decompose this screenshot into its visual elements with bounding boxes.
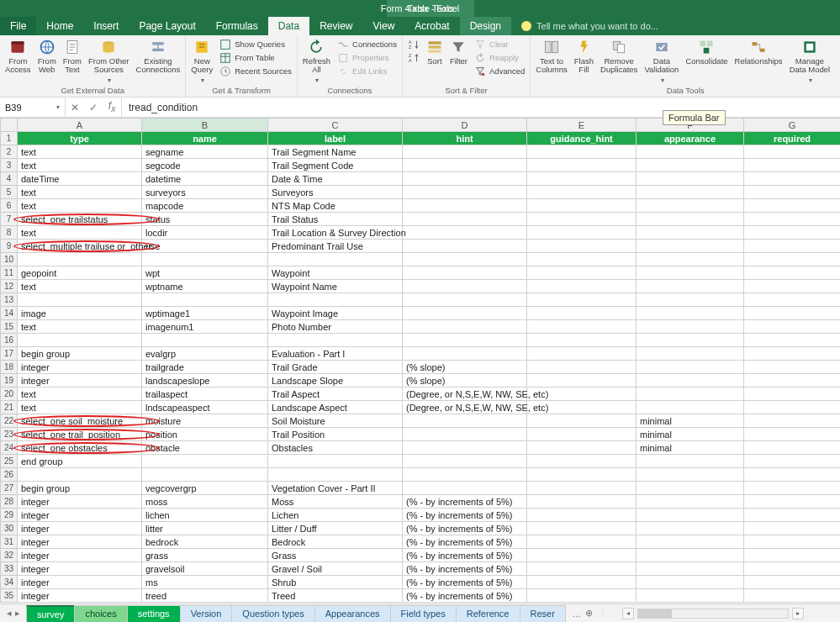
cell[interactable]: segname: [142, 145, 268, 159]
cell[interactable]: [637, 159, 744, 172]
cell[interactable]: [268, 455, 403, 468]
cell[interactable]: [403, 199, 527, 213]
row-header[interactable]: 5: [1, 186, 18, 199]
cell[interactable]: end group: [18, 455, 142, 468]
spreadsheet-grid[interactable]: ABCDEFG1typenamelabelhintguidance_hintap…: [0, 118, 840, 604]
cell[interactable]: [18, 468, 142, 482]
sheet-tab-version[interactable]: Version: [180, 605, 233, 622]
cell[interactable]: geopoint: [18, 266, 142, 280]
cell[interactable]: [527, 186, 637, 199]
cell[interactable]: [744, 199, 841, 213]
cell[interactable]: [527, 240, 637, 253]
cell[interactable]: [637, 293, 744, 307]
relationships-button[interactable]: Relationships: [735, 39, 783, 66]
cell[interactable]: [403, 240, 527, 253]
cell[interactable]: [744, 186, 841, 199]
row-header[interactable]: 26: [1, 468, 18, 482]
cell[interactable]: [527, 495, 637, 509]
cell[interactable]: [527, 361, 637, 374]
recent-sources-button[interactable]: Recent Sources: [219, 66, 292, 77]
cell[interactable]: [744, 401, 841, 414]
row-header[interactable]: 12: [1, 280, 18, 293]
cell[interactable]: [744, 522, 841, 535]
cell[interactable]: trailgrade: [142, 361, 268, 374]
row-header[interactable]: 7: [1, 213, 18, 226]
row-header[interactable]: 3: [1, 159, 18, 172]
text-to-columns-button[interactable]: Text toColumns: [536, 39, 568, 75]
sheet-tab-choices[interactable]: choices: [74, 605, 127, 622]
cell[interactable]: Gravel / Soil: [268, 562, 403, 576]
cell[interactable]: [142, 334, 268, 347]
advanced-filter-button[interactable]: Advanced: [474, 66, 525, 77]
cell[interactable]: [744, 280, 841, 293]
more-sheets-button[interactable]: ...: [573, 609, 580, 619]
nav-next-icon[interactable]: ▸: [15, 608, 20, 619]
row-header[interactable]: 18: [1, 361, 18, 374]
cell[interactable]: [744, 253, 841, 266]
cell[interactable]: Predominant Trail Use: [268, 240, 403, 253]
row-header[interactable]: 32: [1, 549, 18, 562]
cell[interactable]: [527, 414, 637, 428]
cell[interactable]: Date & Time: [268, 172, 403, 186]
cell[interactable]: [744, 468, 841, 482]
cell[interactable]: landscapeslope: [142, 374, 268, 387]
row-header[interactable]: 10: [1, 253, 18, 266]
cell[interactable]: select_one trailstatus: [18, 213, 142, 226]
cell[interactable]: Waypoint Name: [268, 280, 403, 293]
table-header-cell[interactable]: required: [744, 132, 841, 145]
row-header[interactable]: 31: [1, 535, 18, 549]
filter-button[interactable]: Filter: [450, 39, 468, 66]
cell[interactable]: (% - by increments of 5%): [403, 576, 527, 589]
cell[interactable]: imagenum1: [142, 320, 268, 334]
accept-formula-button[interactable]: ✓: [84, 102, 103, 113]
cell[interactable]: [744, 172, 841, 186]
row-header[interactable]: 29: [1, 509, 18, 522]
cell[interactable]: status: [142, 213, 268, 226]
cancel-formula-button[interactable]: ✕: [66, 102, 84, 113]
cell[interactable]: [527, 509, 637, 522]
cell[interactable]: [744, 589, 841, 603]
consolidate-button[interactable]: Consolidate: [685, 39, 727, 66]
row-header[interactable]: 8: [1, 226, 18, 240]
cell[interactable]: [527, 172, 637, 186]
cell[interactable]: text: [18, 320, 142, 334]
cell[interactable]: [744, 159, 841, 172]
row-header[interactable]: 2: [1, 145, 18, 159]
column-header-D[interactable]: D: [403, 119, 527, 132]
cell[interactable]: text: [18, 280, 142, 293]
cell[interactable]: [637, 535, 744, 549]
cell[interactable]: [142, 293, 268, 307]
cell[interactable]: Trail Segment Code: [268, 159, 403, 172]
cell[interactable]: [403, 159, 527, 172]
remove-duplicates-button[interactable]: RemoveDuplicates: [600, 39, 637, 75]
row-header[interactable]: 6: [1, 199, 18, 213]
cell[interactable]: [403, 441, 527, 455]
tab-home[interactable]: Home: [36, 17, 83, 35]
cell[interactable]: [527, 320, 637, 334]
cell[interactable]: [744, 240, 841, 253]
cell[interactable]: [744, 535, 841, 549]
cell[interactable]: (% - by increments of 5%): [403, 509, 527, 522]
cell[interactable]: text: [18, 186, 142, 199]
cell[interactable]: [744, 213, 841, 226]
cell[interactable]: Trail Position: [268, 428, 403, 441]
cell[interactable]: select_multiple trailuse or_other: [18, 240, 142, 253]
tab-page-layout[interactable]: Page Layout: [129, 17, 205, 35]
cell[interactable]: [403, 428, 527, 441]
column-header-B[interactable]: B: [142, 119, 268, 132]
cell[interactable]: integer: [18, 374, 142, 387]
cell[interactable]: [744, 347, 841, 361]
cell[interactable]: [744, 482, 841, 495]
cell[interactable]: [637, 280, 744, 293]
sheet-tab-question-types[interactable]: Question types: [231, 605, 314, 622]
cell[interactable]: [637, 347, 744, 361]
cell[interactable]: integer: [18, 361, 142, 374]
cell[interactable]: Trail Grade: [268, 361, 403, 374]
table-header-cell[interactable]: guidance_hint: [527, 132, 637, 145]
cell[interactable]: Landscape Aspect: [268, 401, 403, 414]
cell[interactable]: [744, 266, 841, 280]
cell[interactable]: [744, 307, 841, 320]
cell[interactable]: [744, 428, 841, 441]
cell[interactable]: [527, 253, 637, 266]
cell[interactable]: [637, 549, 744, 562]
